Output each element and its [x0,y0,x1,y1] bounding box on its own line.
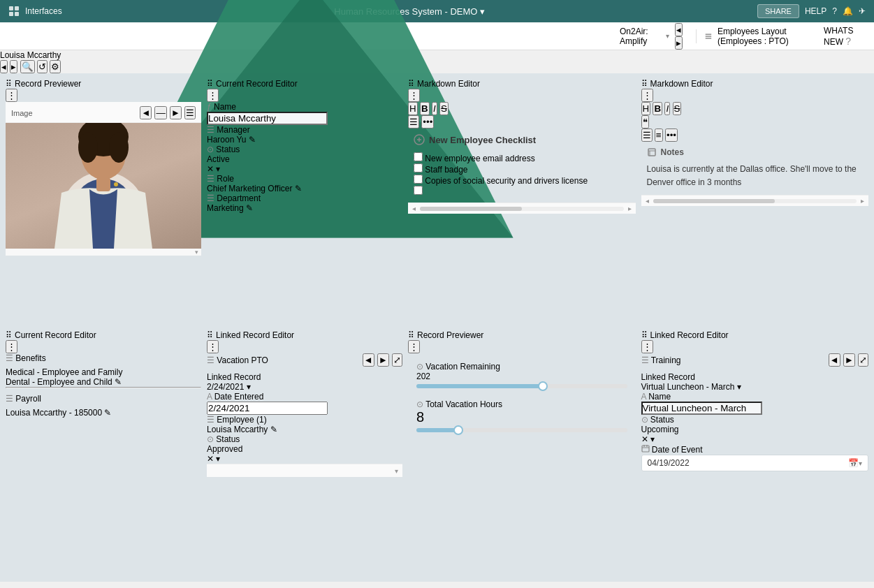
checklist-checkbox-3[interactable] [414,175,423,184]
total-vacation-slider-thumb[interactable] [453,425,463,435]
vacation-status-dropdown[interactable]: ▾ [216,454,220,464]
drag-handle-record[interactable]: ⠿ [207,79,213,89]
training-name-input[interactable] [641,402,762,415]
date-entered-input[interactable] [207,402,328,415]
md-more-btn[interactable]: ••• [421,115,434,128]
vacation-slider-track[interactable] [416,384,627,388]
department-edit-icon[interactable]: ✎ [246,203,253,213]
drag-handle-training[interactable]: ⠿ [641,330,648,340]
employee-edit-icon[interactable]: ✎ [270,425,277,434]
drag-handle-vacation-remaining[interactable]: ⠿ [408,330,414,340]
checklist-checkbox-1[interactable] [414,152,423,161]
drag-handle-vacation[interactable]: ⠿ [207,330,213,340]
date-event-calendar-icon[interactable]: 📅 [848,458,859,468]
send-icon[interactable]: ✈ [859,6,866,16]
status-clear-icon[interactable]: ✕ [207,164,214,174]
panel-header-record: ⠿ Current Record Editor ⋮ [207,79,402,102]
panel-menu-benefits[interactable]: ⋮ [6,340,17,353]
linked-record-select[interactable]: 2/24/2021 ▾ [207,382,402,392]
scroll-left-btn[interactable]: ◂ [412,205,416,212]
record-settings-button[interactable]: ⚙ [50,60,61,73]
img-menu-btn[interactable]: ☰ [184,106,196,119]
record-search-button[interactable]: 🔍 [20,60,35,73]
help-label[interactable]: HELP [805,6,826,16]
md-bold-btn[interactable]: B [420,102,430,115]
notes-bold-btn[interactable]: B [653,102,662,115]
panel-menu-image[interactable]: ⋮ [6,89,17,102]
panel-menu-vacation-remaining[interactable]: ⋮ [408,340,420,353]
training-linked-record-group: Linked Record Virtual Luncheon - March ▾ [641,372,869,392]
md-italic-btn[interactable]: I [432,102,437,115]
notes-scroll-left-btn[interactable]: ◂ [646,197,649,205]
notes-list-btn[interactable]: ☰ [641,128,653,142]
img-next-btn[interactable]: ► [170,106,182,119]
record-next-button[interactable]: ▸ [10,60,17,73]
status-dropdown-icon[interactable]: ▾ [216,164,220,174]
notes-strikethrough-btn[interactable]: S [673,102,682,115]
drag-handle-checklist[interactable]: ⠿ [408,79,414,89]
benefit-dental-edit[interactable]: ✎ [115,377,122,387]
checklist-item-4 [414,186,630,197]
notes-title-row: Notes [647,147,864,157]
notes-heading-btn[interactable]: H [641,102,651,115]
vacation-status-clear[interactable]: ✕ [207,454,214,464]
help-icon[interactable]: ? [832,6,837,16]
share-button[interactable]: SHARE [757,4,799,18]
drag-handle-benefits[interactable]: ⠿ [6,330,12,340]
vacation-next-btn[interactable]: ► [377,353,389,367]
name-input[interactable] [207,112,328,125]
training-linked-record-select[interactable]: Virtual Luncheon - March ▾ [641,382,869,392]
training-status-dropdown[interactable]: ▾ [650,434,655,444]
role-edit-icon[interactable]: ✎ [295,184,302,193]
training-status-select[interactable]: Upcoming ✕ ▾ [641,425,869,444]
panel-menu-notes[interactable]: ⋮ [641,89,653,102]
app-title-dropdown[interactable]: ▾ [666,32,669,40]
vacation-slider-thumb[interactable] [538,381,548,391]
h-scroll-track-checklist[interactable] [420,207,624,211]
nav-forward-button[interactable]: ▸ [675,36,683,50]
panel-menu-record[interactable]: ⋮ [207,89,219,102]
drag-handle-image[interactable]: ⠿ [6,79,12,89]
panel-menu-vacation[interactable]: ⋮ [207,340,219,353]
status-select[interactable]: Active ✕ ▾ [207,154,402,174]
drag-handle-notes[interactable]: ⠿ [641,79,648,89]
checklist-checkbox-2[interactable] [414,163,423,172]
help-circle-icon[interactable]: ? [845,36,851,47]
md-heading-btn[interactable]: H [408,102,418,115]
checklist-body: New Employee Checklist New employee emai… [408,128,636,203]
img-remove-btn[interactable]: — [154,106,166,119]
menu-icon[interactable] [705,31,712,41]
payroll-edit[interactable]: ✎ [104,408,111,418]
nav-back-button[interactable]: ◂ [675,23,683,36]
image-label: Image [11,109,33,117]
record-refresh-button[interactable]: ↺ [37,60,48,73]
notes-quote-btn[interactable]: ❝ [641,115,649,128]
training-prev-btn[interactable]: ◄ [829,353,840,367]
panel-menu-checklist[interactable]: ⋮ [408,89,420,102]
manager-field-group: ☰ Manager Haroon Yu ✎ [207,125,402,145]
md-list-btn[interactable]: ☰ [408,115,419,128]
vacation-prev-btn[interactable]: ◄ [363,353,374,367]
notes-scroll-right-btn[interactable]: ▸ [861,197,864,205]
img-prev-btn[interactable]: ◄ [140,106,152,119]
date-event-dropdown[interactable]: ▾ [859,460,862,467]
notes-more-btn[interactable]: ••• [665,128,678,142]
training-expand-btn[interactable]: ⤢ [858,353,868,367]
h-scroll-track-notes[interactable] [653,199,857,203]
linked-record-value: 2/24/2021 [207,382,244,392]
notes-ordered-list-btn[interactable]: ≡ [655,128,663,142]
checklist-checkbox-4[interactable] [414,186,423,195]
vacation-status-select[interactable]: Approved ✕ ▾ [207,444,402,464]
notification-icon[interactable]: 🔔 [843,6,853,16]
notes-italic-btn[interactable]: I [664,102,670,115]
panel-menu-training[interactable]: ⋮ [641,340,653,353]
manager-edit-icon[interactable]: ✎ [249,135,256,145]
total-vacation-slider-track[interactable] [416,428,627,432]
vacation-controls: ◄ ► ⤢ [363,353,402,367]
md-strikethrough-btn[interactable]: S [439,102,449,115]
vacation-expand-btn[interactable]: ⤢ [392,353,402,367]
scroll-right-btn[interactable]: ▸ [628,205,632,212]
record-prev-button[interactable]: ◂ [0,60,8,73]
training-next-btn[interactable]: ► [843,353,855,367]
training-status-clear[interactable]: ✕ [641,434,648,444]
